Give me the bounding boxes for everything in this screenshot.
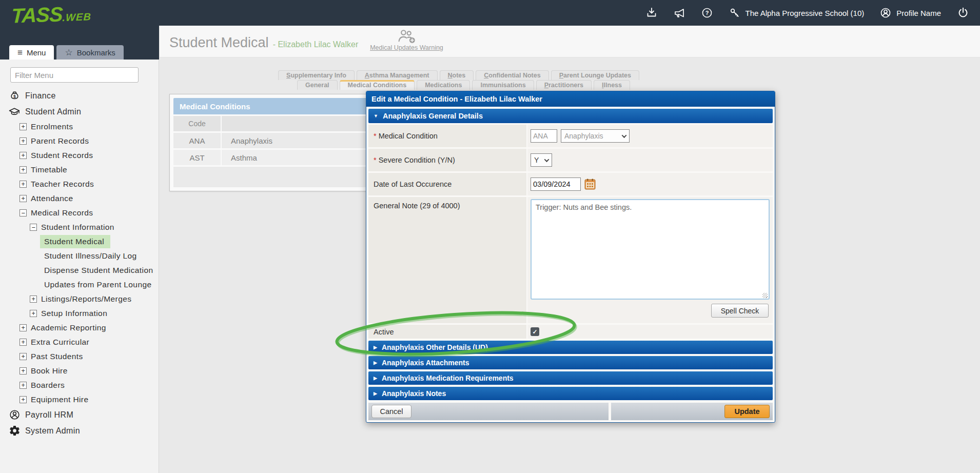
medical-condition-label: * Medical Condition bbox=[368, 125, 526, 147]
star-icon: ☆ bbox=[65, 48, 72, 57]
sidebar-item-boarders[interactable]: +Boarders bbox=[0, 378, 159, 392]
sidebar-item-extra-curricular[interactable]: +Extra Curricular bbox=[0, 335, 159, 349]
expand-icon[interactable]: + bbox=[19, 353, 27, 360]
accordion-anaphylaxis-medication-requirements[interactable]: ▶Anaphylaxis Medication Requirements bbox=[368, 371, 773, 385]
sidebar-item-enrolments[interactable]: +Enrolments bbox=[0, 120, 159, 134]
topbar-actions: ? The Alpha Progressive School (10) Prof… bbox=[645, 0, 970, 26]
sidebar-item-label: Enrolments bbox=[31, 122, 73, 131]
expand-icon[interactable]: + bbox=[19, 137, 27, 145]
sidebar-item-student-medical[interactable]: Student Medical bbox=[0, 234, 159, 249]
expand-icon[interactable]: + bbox=[19, 166, 27, 173]
collapse-icon[interactable]: − bbox=[19, 209, 27, 216]
sidebar-item-student-admin[interactable]: Student Admin bbox=[0, 104, 159, 120]
download-icon[interactable] bbox=[645, 7, 658, 19]
sidebar-item-equipment-hire[interactable]: +Equipment Hire bbox=[0, 392, 159, 407]
tab-asthma-management[interactable]: Asthma Management bbox=[357, 70, 438, 80]
expand-icon[interactable]: + bbox=[19, 152, 27, 159]
sidebar-item-timetable[interactable]: +Timetable bbox=[0, 163, 159, 177]
chevron-down-icon: ▼ bbox=[374, 113, 378, 119]
tabs-row-1: Supplementary InfoAsthma ManagementNotes… bbox=[277, 70, 639, 80]
condition-code-input[interactable] bbox=[531, 129, 557, 143]
expand-icon[interactable]: + bbox=[19, 181, 27, 188]
expand-icon[interactable]: + bbox=[19, 123, 27, 130]
medical-updates-warning-link[interactable]: Medical Updates Warning bbox=[362, 28, 452, 51]
sidebar-item-academic-reporting[interactable]: +Academic Reporting bbox=[0, 321, 159, 335]
general-note-textarea[interactable]: Trigger: Nuts and Bee stings. bbox=[531, 199, 770, 300]
profile-menu[interactable]: Profile Name bbox=[879, 7, 941, 19]
sidebar-item-teacher-records[interactable]: +Teacher Records bbox=[0, 177, 159, 191]
help-icon[interactable]: ? bbox=[701, 7, 713, 19]
sidebar-item-payroll-hrm[interactable]: Payroll HRM bbox=[0, 407, 159, 423]
expand-icon[interactable]: + bbox=[19, 396, 27, 403]
update-button[interactable]: Update bbox=[724, 405, 770, 418]
tab-medications[interactable]: Medications bbox=[417, 80, 470, 90]
sidebar-item-parent-records[interactable]: +Parent Records bbox=[0, 134, 159, 148]
sidebar-item-medical-records[interactable]: −Medical Records bbox=[0, 206, 159, 220]
sidebar-item-label: Boarders bbox=[31, 381, 65, 390]
sidebar-item-system-admin[interactable]: System Admin bbox=[0, 423, 159, 439]
sidebar-item-past-students[interactable]: +Past Students bbox=[0, 349, 159, 364]
collapse-icon[interactable]: − bbox=[30, 224, 37, 231]
sidebar-item-setup-information[interactable]: +Setup Information bbox=[0, 306, 159, 321]
required-marker: * bbox=[374, 156, 377, 164]
sidebar-item-student-illness-daily-log[interactable]: Student Illness/Daily Log bbox=[0, 249, 159, 263]
sidebar-item-label: Teacher Records bbox=[31, 180, 94, 189]
spell-check-button[interactable]: Spell Check bbox=[711, 304, 769, 318]
expand-icon[interactable]: + bbox=[19, 367, 27, 375]
filter-menu-input[interactable] bbox=[10, 67, 139, 83]
resize-grip-icon[interactable] bbox=[762, 293, 768, 298]
announcements-icon[interactable] bbox=[673, 7, 685, 19]
expand-icon[interactable]: + bbox=[30, 295, 37, 303]
severe-condition-select[interactable]: Y bbox=[531, 153, 552, 167]
sidebar-item-label: Academic Reporting bbox=[31, 323, 106, 332]
tab-menu[interactable]: ≡ Menu bbox=[9, 45, 54, 60]
sidebar-item-student-information[interactable]: −Student Information bbox=[0, 220, 159, 234]
sidebar-item-label: Medical Records bbox=[31, 208, 93, 218]
tab-supplementary-info[interactable]: Supplementary Info bbox=[278, 70, 355, 80]
chevron-right-icon: ▶ bbox=[374, 360, 377, 365]
sidebar-item-label: Parent Records bbox=[31, 136, 89, 146]
expand-icon[interactable]: + bbox=[19, 382, 27, 389]
tab-practitioners[interactable]: Practitioners bbox=[536, 80, 592, 90]
expand-icon[interactable]: + bbox=[30, 310, 37, 317]
required-marker: * bbox=[374, 132, 377, 140]
tab-medical-conditions[interactable]: Medical Conditions bbox=[340, 80, 415, 90]
sidebar-item-label: Equipment Hire bbox=[31, 395, 88, 404]
tab-notes[interactable]: Notes bbox=[440, 70, 474, 80]
expand-icon[interactable]: + bbox=[19, 324, 27, 331]
tab-confidential-notes[interactable]: Confidential Notes bbox=[476, 70, 548, 80]
sidebar-item-dispense-student-medication[interactable]: Dispense Student Medication bbox=[0, 263, 159, 278]
school-switcher[interactable]: The Alpha Progressive School (10) bbox=[729, 7, 865, 19]
sidebar-item-attendance[interactable]: +Attendance bbox=[0, 191, 159, 206]
tab-bookmarks[interactable]: ☆ Bookmarks bbox=[56, 45, 123, 60]
cancel-button[interactable]: Cancel bbox=[371, 405, 411, 418]
tab-illness[interactable]: Illness bbox=[594, 80, 630, 90]
accordion-anaphylaxis-notes[interactable]: ▶Anaphylaxis Notes bbox=[368, 387, 773, 400]
active-checkbox[interactable] bbox=[531, 327, 539, 336]
calendar-icon[interactable] bbox=[584, 179, 596, 190]
money-bag-icon: $ bbox=[8, 90, 21, 102]
sidebar-item-finance[interactable]: $Finance bbox=[0, 88, 159, 104]
date-input[interactable] bbox=[531, 178, 581, 191]
sidebar-item-listings-reports-merges[interactable]: +Listings/Reports/Merges bbox=[0, 292, 159, 306]
accordion-label: Anaphylaxis Notes bbox=[382, 389, 446, 398]
expand-icon[interactable]: + bbox=[19, 339, 27, 346]
date-last-occurence-row: Date of Last Occurence bbox=[368, 173, 773, 195]
accordion-anaphylaxis-attachments[interactable]: ▶Anaphylaxis Attachments bbox=[368, 356, 773, 369]
tab-general[interactable]: General bbox=[297, 80, 338, 90]
hamburger-icon: ≡ bbox=[17, 48, 23, 57]
sidebar-tabs: ≡ Menu ☆ Bookmarks bbox=[9, 45, 124, 60]
tab-parent-lounge-updates[interactable]: Parent Lounge Updates bbox=[551, 70, 639, 80]
accordion-anaphylaxis-other-details-ud[interactable]: ▶Anaphylaxis Other Details (UD) bbox=[368, 341, 773, 354]
sidebar-item-student-records[interactable]: +Student Records bbox=[0, 148, 159, 163]
accordion-general-details[interactable]: ▼ Anaphylaxis General Details bbox=[368, 109, 773, 123]
sidebar-item-label: Book Hire bbox=[31, 366, 68, 376]
sidebar-item-book-hire[interactable]: +Book Hire bbox=[0, 364, 159, 378]
tab-immunisations[interactable]: Immunisations bbox=[472, 80, 534, 90]
general-note-label: General Note (29 of 4000) bbox=[368, 197, 526, 323]
sidebar-item-label: Student Illness/Daily Log bbox=[44, 251, 137, 261]
sidebar-item-updates-from-parent-lounge[interactable]: Updates from Parent Lounge bbox=[0, 278, 159, 292]
expand-icon[interactable]: + bbox=[19, 195, 27, 202]
condition-name-select[interactable]: Anaphylaxis bbox=[561, 129, 630, 143]
logout-power-icon[interactable] bbox=[956, 6, 970, 19]
